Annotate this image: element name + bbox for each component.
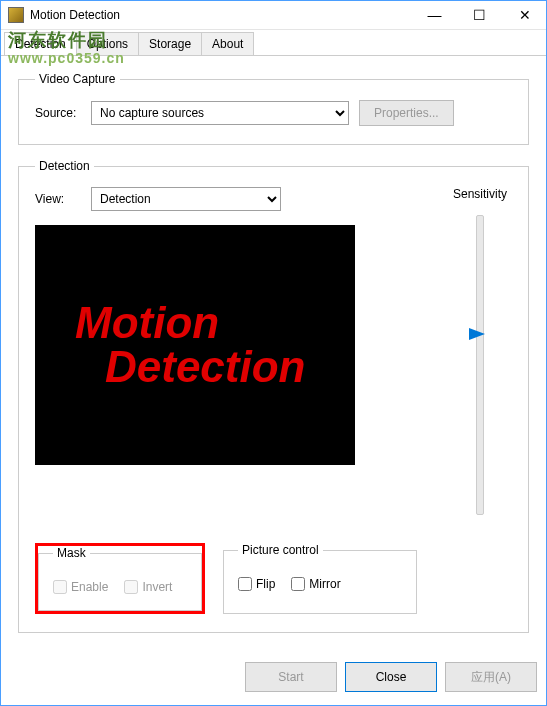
- apply-button[interactable]: 应用(A): [445, 662, 537, 692]
- source-label: Source:: [35, 106, 81, 120]
- flip-checkbox[interactable]: Flip: [238, 577, 275, 591]
- mask-invert-checkbox[interactable]: Invert: [124, 580, 172, 594]
- mirror-checkbox[interactable]: Mirror: [291, 577, 340, 591]
- flip-input[interactable]: [238, 577, 252, 591]
- app-icon: [8, 7, 24, 23]
- sensitivity-label: Sensitivity: [453, 187, 507, 201]
- detection-group: Detection View: Detection Motion Detecti…: [18, 159, 529, 633]
- mirror-input[interactable]: [291, 577, 305, 591]
- mask-group: Mask Enable Invert: [38, 546, 202, 611]
- slider-thumb-icon[interactable]: [469, 328, 485, 340]
- detection-legend: Detection: [35, 159, 94, 173]
- tab-options[interactable]: Options: [76, 32, 139, 55]
- tab-about[interactable]: About: [201, 32, 254, 55]
- maximize-button[interactable]: ☐: [457, 0, 502, 30]
- minimize-button[interactable]: —: [412, 0, 457, 30]
- source-select[interactable]: No capture sources: [91, 101, 349, 125]
- mask-enable-label: Enable: [71, 580, 108, 594]
- mask-enable-input[interactable]: [53, 580, 67, 594]
- bottom-button-bar: Start Close 应用(A): [245, 662, 537, 692]
- mask-enable-checkbox[interactable]: Enable: [53, 580, 108, 594]
- sensitivity-slider[interactable]: [476, 215, 484, 515]
- picture-control-group: Picture control Flip Mirror: [223, 543, 417, 614]
- video-capture-group: Video Capture Source: No capture sources…: [18, 72, 529, 145]
- tab-storage[interactable]: Storage: [138, 32, 202, 55]
- mask-highlight: Mask Enable Invert: [35, 543, 205, 614]
- close-window-button[interactable]: ✕: [502, 0, 547, 30]
- view-select[interactable]: Detection: [91, 187, 281, 211]
- mask-legend: Mask: [53, 546, 90, 560]
- picture-control-legend: Picture control: [238, 543, 323, 557]
- mask-invert-label: Invert: [142, 580, 172, 594]
- video-capture-legend: Video Capture: [35, 72, 120, 86]
- preview-text-2: Detection: [105, 342, 355, 392]
- tab-detection[interactable]: Detection: [4, 32, 77, 55]
- close-button[interactable]: Close: [345, 662, 437, 692]
- view-label: View:: [35, 192, 81, 206]
- flip-label: Flip: [256, 577, 275, 591]
- mirror-label: Mirror: [309, 577, 340, 591]
- mask-invert-input[interactable]: [124, 580, 138, 594]
- properties-button[interactable]: Properties...: [359, 100, 454, 126]
- preview-text-1: Motion: [75, 298, 355, 348]
- tab-bar: Detection Options Storage About: [0, 30, 547, 56]
- titlebar: Motion Detection — ☐ ✕: [0, 0, 547, 30]
- window-title: Motion Detection: [30, 8, 412, 22]
- video-preview: Motion Detection: [35, 225, 355, 465]
- start-button[interactable]: Start: [245, 662, 337, 692]
